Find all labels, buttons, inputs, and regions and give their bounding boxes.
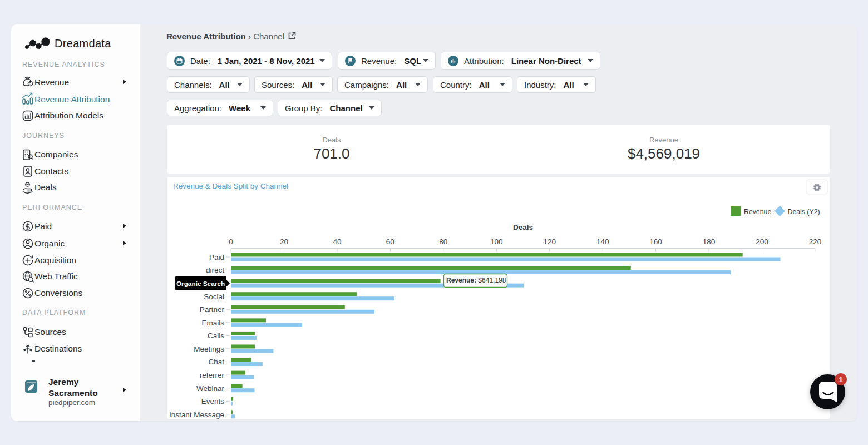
svg-text:Deals (Y2): Deals (Y2) (788, 208, 820, 216)
svg-text:140: 140 (596, 238, 609, 246)
svg-text:Emails: Emails (201, 319, 224, 327)
svg-text:60: 60 (386, 238, 394, 246)
svg-text:Revenue & Deals Split by Chann: Revenue & Deals Split by Channel (173, 182, 288, 190)
svg-text:40: 40 (333, 238, 341, 246)
svg-text:Paid: Paid (209, 253, 224, 261)
svg-text:20: 20 (280, 238, 288, 246)
svg-text:160: 160 (649, 238, 662, 246)
svg-text:180: 180 (703, 238, 716, 246)
svg-text:referrer: referrer (200, 371, 225, 379)
svg-text:Organic Search: Organic Search (176, 280, 225, 288)
svg-text:0: 0 (229, 238, 233, 246)
svg-text:Meetings: Meetings (194, 345, 224, 353)
svg-text:Deals: Deals (513, 223, 533, 231)
svg-text:80: 80 (439, 238, 447, 246)
svg-text:100: 100 (490, 238, 503, 246)
svg-text:Chat: Chat (208, 358, 224, 366)
svg-text:Revenue: $641,198: Revenue: $641,198 (446, 276, 506, 284)
svg-text:120: 120 (543, 238, 556, 246)
svg-text:200: 200 (756, 238, 768, 246)
svg-text:Instant Message: Instant Message (169, 411, 224, 419)
svg-text:220: 220 (809, 238, 822, 246)
svg-text:Social: Social (204, 293, 224, 301)
svg-text:Events: Events (201, 397, 225, 406)
svg-text:Revenue: Revenue (744, 208, 771, 216)
svg-text:Partner: Partner (200, 305, 225, 314)
svg-text:Webinar: Webinar (196, 384, 225, 393)
svg-text:Calls: Calls (208, 332, 224, 340)
svg-text:direct: direct (206, 266, 224, 274)
